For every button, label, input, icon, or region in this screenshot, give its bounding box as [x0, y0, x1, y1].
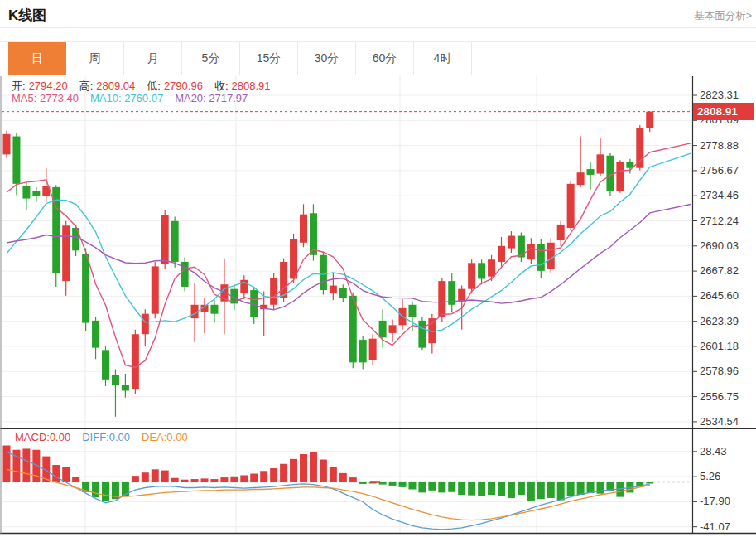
price-axis-label: 2756.67: [700, 164, 739, 177]
ohlc-value: 2794.20: [29, 80, 68, 92]
price-axis-label: 2534.54: [700, 415, 739, 428]
macd-legend-item: MACD:0.00: [15, 431, 70, 443]
ohlc-value: 2790.96: [164, 80, 203, 92]
ma-legend-item: MA20: 2717.97: [175, 92, 248, 104]
ohlc-label: 低:: [147, 80, 161, 92]
price-axis-label: 2667.82: [700, 264, 739, 277]
price-axis-label: 2623.39: [700, 315, 739, 327]
price-axis-label: 2823.31: [700, 89, 739, 101]
price-axis-label: 2578.96: [700, 365, 739, 377]
kline-page: K线图 基本面分析> 日周月5分15分30分60分4时 开:2794.20高:2…: [0, 0, 756, 537]
price-axis-label: 2734.46: [700, 189, 739, 201]
macd-axis-label: 5.26: [700, 470, 720, 482]
macd-legend: MACD:0.00DIFF:0.00DEA:0.00: [15, 431, 200, 443]
ma-legend: MA5: 2773.40MA10: 2760.07MA20: 2717.97: [12, 92, 259, 104]
macd-axis-label: 28.43: [700, 445, 727, 457]
ma-legend-item: MA10: 2760.07: [90, 92, 163, 104]
price-axis-label: 2712.24: [700, 215, 739, 227]
ohlc-label: 收:: [214, 80, 229, 92]
price-axis-label: 2645.60: [700, 289, 739, 302]
ohlc-value: 2808.91: [232, 80, 271, 92]
current-price-label: 2808.91: [693, 103, 754, 120]
ohlc-value: 2809.04: [96, 80, 135, 92]
price-axis-label: 2690.03: [700, 239, 739, 252]
macd-legend-item: DIFF:0.00: [82, 431, 130, 443]
macd-axis-label: -41.07: [700, 520, 730, 533]
price-axis-label: 2601.18: [700, 340, 739, 352]
ohlc-label: 高:: [79, 80, 94, 92]
macd-legend-item: DEA:0.00: [142, 431, 188, 443]
ohlc-label: 开:: [12, 80, 26, 92]
ma-legend-item: MA5: 2773.40: [12, 92, 79, 104]
macd-axis-label: -17.90: [700, 495, 730, 507]
price-axis-label: 2556.75: [700, 390, 739, 403]
price-axis-label: 2778.88: [700, 139, 739, 152]
